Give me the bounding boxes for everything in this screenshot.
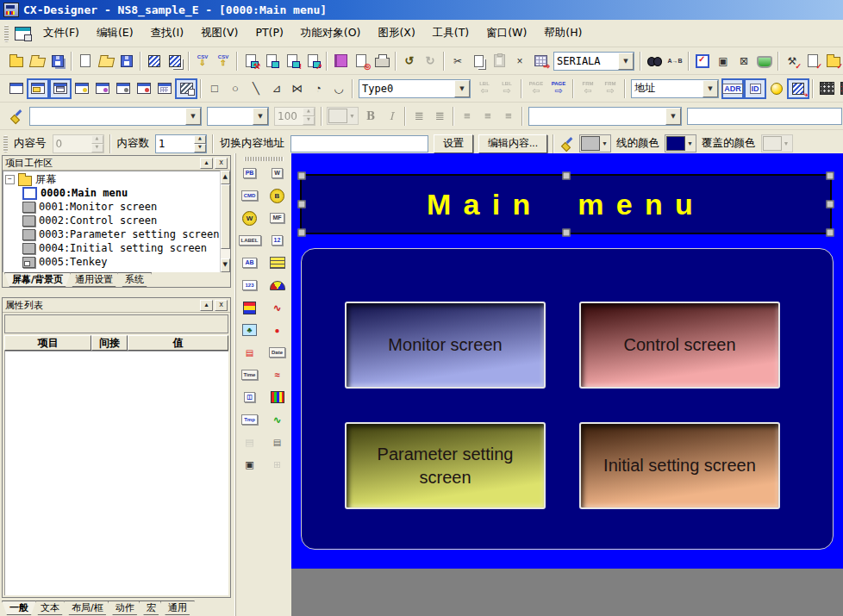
selection-handle[interactable] xyxy=(827,229,834,237)
transfer-program-button[interactable]: ↗ xyxy=(303,52,323,71)
hmi-screen-button[interactable]: Parameter setting screen xyxy=(345,422,546,509)
screen-tree-item[interactable]: 0001:Monitor screen xyxy=(5,200,220,214)
chevron-down-icon[interactable]: ▼ xyxy=(618,53,634,70)
serial-port-combo[interactable]: SERIALA▼ xyxy=(553,52,634,71)
check-project-button[interactable]: ✓ xyxy=(823,52,843,71)
scroll-thumb[interactable] xyxy=(221,184,230,249)
line-tool-button[interactable]: ╲ xyxy=(246,79,266,98)
bit-lamp-tool[interactable]: B xyxy=(265,185,289,206)
address-grid-button[interactable]: ⇨ xyxy=(530,52,551,71)
alarm-display-tool[interactable]: ● xyxy=(265,320,289,340)
tree-expander-icon[interactable]: − xyxy=(5,175,15,184)
new-project-button[interactable] xyxy=(6,52,27,71)
fill-color-button[interactable] xyxy=(754,52,775,71)
show-address-button[interactable]: ADR xyxy=(721,78,744,99)
multifunction-tool[interactable]: MF xyxy=(265,208,289,228)
valign-top-button[interactable]: ≡ xyxy=(457,107,478,126)
frame-tool[interactable]: ▣ xyxy=(238,454,261,475)
chevron-down-icon[interactable]: ▼ xyxy=(665,108,681,125)
toolbar-grip[interactable] xyxy=(3,135,8,152)
selection-handle[interactable] xyxy=(562,172,570,180)
font-size-combo[interactable]: ▼ xyxy=(207,107,269,126)
content-count-spin[interactable]: 1▲▼ xyxy=(155,134,207,153)
open-screen-button[interactable] xyxy=(96,52,116,71)
check-tool-button[interactable]: ⚒✓ xyxy=(782,52,802,71)
time-tool[interactable]: Time xyxy=(238,364,261,385)
selection-handle[interactable] xyxy=(298,201,306,208)
broken-line-graph-tool[interactable]: ∿ xyxy=(265,297,289,318)
check-screen-button[interactable]: ✓ xyxy=(802,52,823,71)
property-tab-0[interactable]: 一般 xyxy=(2,600,36,615)
screen-tree-item[interactable]: 0002:Control screen xyxy=(5,214,220,227)
chevron-down-icon[interactable]: ▼ xyxy=(702,80,718,97)
content-no-spin[interactable]: 0▲▼ xyxy=(53,134,104,153)
toggle-grid-window-button[interactable] xyxy=(154,79,175,98)
color-brush-button[interactable] xyxy=(557,134,578,153)
word-lamp-tool[interactable]: W xyxy=(238,208,261,228)
word-button-tool[interactable]: W xyxy=(265,163,289,184)
menu-item-4[interactable]: PT(P) xyxy=(247,23,291,43)
collapse-icon[interactable]: ▴ xyxy=(200,158,213,169)
workspace-tab-1[interactable]: 通用设置 xyxy=(67,272,121,287)
spin-down-icon[interactable]: ▼ xyxy=(91,144,103,152)
validation-button[interactable] xyxy=(330,52,351,71)
show-id-button[interactable]: ID xyxy=(744,78,766,99)
property-tab-3[interactable]: 动作 xyxy=(108,600,142,615)
close-icon[interactable]: x xyxy=(215,300,228,311)
alarm-summary-tool[interactable]: ▤ xyxy=(238,342,261,363)
workspace-tab-2[interactable]: 系统 xyxy=(117,272,152,287)
next-page-button[interactable]: PAGE⇨ xyxy=(547,79,570,98)
string-display-tool[interactable]: AB xyxy=(238,252,261,273)
screen-tree-item[interactable]: 0000:Main menu xyxy=(5,186,220,200)
menu-item-7[interactable]: 工具(T) xyxy=(424,23,478,43)
menu-item-0[interactable]: 文件(F) xyxy=(34,23,88,43)
list-selection-tool[interactable] xyxy=(265,252,289,273)
open-project-button[interactable] xyxy=(27,52,47,71)
italic-button[interactable]: I xyxy=(381,107,402,126)
prev-label-button[interactable]: LBL⇦ xyxy=(473,79,496,98)
csv-import-button[interactable]: ⇧ xyxy=(213,52,234,71)
selection-handle[interactable] xyxy=(827,201,834,208)
thumbwheel-switch-tool[interactable]: 123 xyxy=(238,275,261,296)
transfer-to-pt-button[interactable]: ⚒ xyxy=(240,52,261,71)
undo-button[interactable]: ↺ xyxy=(399,52,420,71)
chevron-down-icon[interactable]: ▼ xyxy=(253,108,268,125)
chevron-down-icon[interactable]: ▼ xyxy=(185,108,201,125)
screen-tree-item[interactable]: 0005:Tenkey xyxy=(5,255,220,269)
menubar-grip[interactable] xyxy=(4,25,9,42)
font-scale-spin[interactable]: 100▲▼ xyxy=(274,107,315,126)
align-right-button[interactable]: ≣ xyxy=(429,107,450,126)
level-meter-tool[interactable] xyxy=(238,297,261,318)
paste-button[interactable] xyxy=(489,52,509,71)
redo-button[interactable]: ↻ xyxy=(420,52,440,71)
menu-item-9[interactable]: 帮助(H) xyxy=(535,23,590,43)
switch-address-field[interactable] xyxy=(290,135,428,152)
property-tab-1[interactable]: 文本 xyxy=(33,600,67,615)
menu-item-8[interactable]: 窗口(W) xyxy=(478,23,535,43)
data-block-table-tool[interactable]: ◫ xyxy=(238,387,261,408)
edit-content-button[interactable]: 编辑内容... xyxy=(478,134,547,153)
analog-meter-tool[interactable] xyxy=(265,275,289,296)
screen-tree-item[interactable]: 0004:Initial setting screen xyxy=(5,241,220,255)
next-label-button[interactable]: LBL⇨ xyxy=(496,79,518,98)
scroll-down-icon[interactable]: ▼ xyxy=(221,258,230,272)
polyline-tool-button[interactable]: ⊿ xyxy=(266,79,287,98)
prev-page-button[interactable]: PAGE⇦ xyxy=(525,79,547,98)
workspace-tab-0[interactable]: 屏幕/背景页 xyxy=(4,272,71,287)
data-log-graph-tool[interactable]: ≈ xyxy=(265,364,289,385)
property-tab-5[interactable]: 通用 xyxy=(160,600,195,615)
validate-objects-button[interactable] xyxy=(692,52,713,71)
property-tab-4[interactable]: 宏 xyxy=(139,600,164,615)
overlay-color-swatch[interactable]: ▼ xyxy=(665,134,696,152)
title-bar-object[interactable]: Main menu xyxy=(300,174,832,234)
label-type-combo[interactable]: Type0▼ xyxy=(359,79,471,98)
selection-handle[interactable] xyxy=(298,172,306,180)
bitmap-tool[interactable]: ♣ xyxy=(238,320,261,340)
polyline-tool[interactable]: ∿ xyxy=(265,409,289,430)
screen-page[interactable]: Main menu Monitor screenControl screenPa… xyxy=(291,153,843,569)
date-tool[interactable]: Date xyxy=(265,342,289,363)
ellipse-tool-button[interactable]: ○ xyxy=(225,79,246,98)
toggle-address-book-button[interactable] xyxy=(92,79,113,98)
save-project-button[interactable] xyxy=(47,52,68,71)
copy-button[interactable] xyxy=(468,52,489,71)
